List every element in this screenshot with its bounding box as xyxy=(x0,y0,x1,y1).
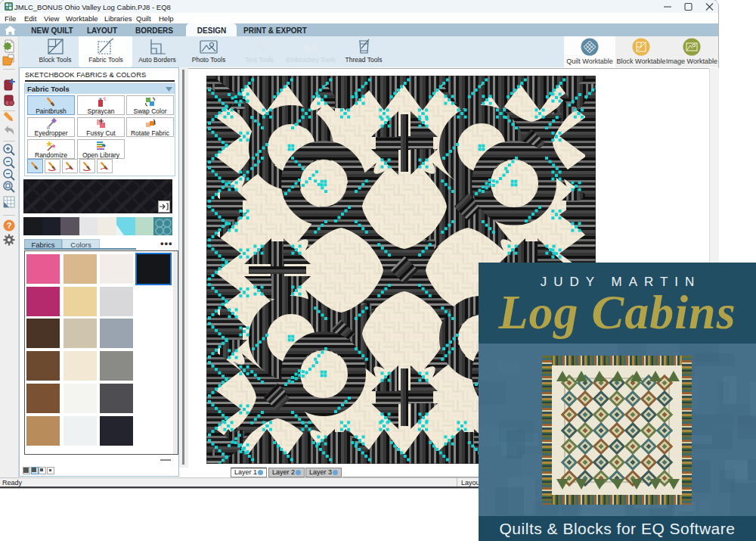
svg-text:?: ? xyxy=(7,221,12,230)
